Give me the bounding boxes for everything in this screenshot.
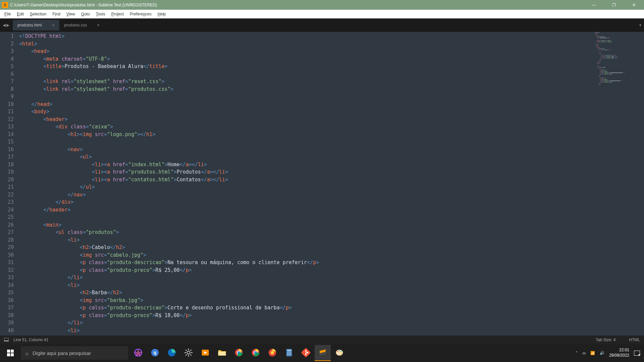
menu-view[interactable]: View bbox=[63, 10, 78, 18]
svg-rect-31 bbox=[288, 354, 290, 355]
menu-edit[interactable]: Edit bbox=[14, 10, 27, 18]
app-icon: S bbox=[2, 2, 8, 8]
svg-line-11 bbox=[190, 354, 192, 356]
taskbar: ⌕ Digite aqui para pesquisar q bbox=[0, 344, 644, 362]
menu-help[interactable]: Help bbox=[155, 10, 169, 18]
nav-forward-icon[interactable]: ▶ bbox=[6, 23, 9, 27]
syntax-mode[interactable]: HTML bbox=[629, 338, 640, 342]
menu-find[interactable]: Find bbox=[49, 10, 63, 18]
taskbar-app-qbittorrent[interactable]: q bbox=[147, 345, 163, 361]
menu-project[interactable]: Project bbox=[108, 10, 127, 18]
menu-preferences[interactable]: Preferences bbox=[127, 10, 155, 18]
tabbar: ◀ ▶ produtos.html × produtos.css × ▾ bbox=[0, 18, 644, 32]
taskbar-app-video[interactable] bbox=[197, 345, 213, 361]
window-titlebar: S C:\Users\T-Gamer\Desktop\Alura\produto… bbox=[0, 0, 644, 10]
menu-goto[interactable]: Goto bbox=[78, 10, 93, 18]
search-icon: ⌕ bbox=[25, 350, 29, 356]
svg-rect-27 bbox=[287, 352, 288, 354]
clock-date: 29/09/2022 bbox=[609, 353, 629, 358]
svg-point-5 bbox=[187, 351, 190, 354]
taskbar-app-settings[interactable] bbox=[180, 345, 197, 361]
svg-text:q: q bbox=[154, 350, 157, 355]
svg-point-40 bbox=[341, 351, 342, 352]
svg-point-41 bbox=[341, 353, 342, 354]
taskbar-app-calculator[interactable] bbox=[281, 345, 297, 361]
gutter: 1234567891011121314151617181920212223242… bbox=[0, 32, 19, 336]
close-icon[interactable]: × bbox=[52, 22, 55, 28]
tray-volume-icon[interactable]: 🔊 bbox=[600, 351, 604, 355]
taskbar-app-explorer[interactable] bbox=[214, 345, 230, 361]
menubar: File Edit Selection Find View Goto Tools… bbox=[0, 10, 644, 18]
svg-rect-29 bbox=[290, 352, 291, 354]
tab-overflow-icon[interactable]: ▾ bbox=[639, 23, 641, 27]
editor[interactable]: 1234567891011121314151617181920212223242… bbox=[0, 32, 644, 336]
svg-rect-16 bbox=[218, 352, 226, 355]
svg-line-12 bbox=[185, 354, 187, 356]
tab-size[interactable]: Tab Size: 4 bbox=[596, 338, 615, 342]
tray-clock[interactable]: 22:01 29/09/2022 bbox=[609, 348, 629, 358]
search-placeholder: Digite aqui para pesquisar bbox=[33, 350, 91, 356]
menu-selection[interactable]: Selection bbox=[27, 10, 49, 18]
tab-label: produtos.css bbox=[64, 23, 87, 27]
svg-point-39 bbox=[339, 350, 340, 351]
windows-icon bbox=[7, 350, 14, 356]
panel-switcher-icon[interactable] bbox=[4, 338, 9, 342]
taskbar-app-sublime[interactable] bbox=[315, 345, 331, 361]
window-title: C:\Users\T-Gamer\Desktop\Alura\produtos.… bbox=[10, 3, 584, 7]
svg-rect-30 bbox=[287, 354, 288, 355]
nav-back-icon[interactable]: ◀ bbox=[3, 23, 6, 27]
notifications-icon[interactable] bbox=[634, 351, 640, 356]
start-button[interactable] bbox=[0, 344, 21, 362]
taskbar-search[interactable]: ⌕ Digite aqui para pesquisar bbox=[21, 346, 128, 360]
close-icon[interactable]: × bbox=[97, 22, 100, 28]
statusbar: Line 51, Column 41 Tab Size: 4 HTML bbox=[0, 336, 644, 344]
taskbar-app-chrome-2[interactable] bbox=[248, 345, 264, 361]
tray-network-icon[interactable]: 📶 bbox=[590, 351, 595, 355]
menu-tools[interactable]: Tools bbox=[93, 10, 108, 18]
taskbar-app-paint[interactable] bbox=[331, 345, 347, 361]
maximize-button[interactable]: ❐ bbox=[604, 0, 624, 10]
cursor-position[interactable]: Line 51, Column 41 bbox=[13, 338, 48, 342]
tray-chevron-icon[interactable]: ˄ bbox=[576, 351, 578, 355]
taskbar-app-git[interactable] bbox=[298, 345, 314, 361]
taskbar-app-edge[interactable] bbox=[164, 345, 180, 361]
code-area[interactable]: <!DOCTYPE html><html> <head> <meta chars… bbox=[19, 32, 644, 336]
clock-time: 22:01 bbox=[609, 348, 629, 353]
tab-produtos-html[interactable]: produtos.html × bbox=[13, 20, 59, 31]
svg-rect-26 bbox=[287, 350, 291, 351]
taskbar-app-cortana[interactable] bbox=[130, 345, 146, 361]
menu-file[interactable]: File bbox=[1, 10, 14, 18]
close-button[interactable]: ✕ bbox=[624, 0, 644, 10]
svg-point-38 bbox=[337, 351, 338, 352]
tab-label: produtos.html bbox=[17, 23, 42, 27]
tray-battery-icon[interactable]: ▭ bbox=[582, 351, 586, 355]
minimize-button[interactable]: — bbox=[584, 0, 604, 10]
svg-line-10 bbox=[185, 350, 187, 351]
tab-produtos-css[interactable]: produtos.css × bbox=[59, 20, 104, 31]
taskbar-app-chrome-1[interactable] bbox=[231, 345, 247, 361]
svg-line-13 bbox=[190, 350, 192, 351]
svg-rect-32 bbox=[290, 354, 291, 355]
svg-rect-28 bbox=[288, 352, 290, 354]
taskbar-app-chrome-canary[interactable] bbox=[264, 345, 280, 361]
